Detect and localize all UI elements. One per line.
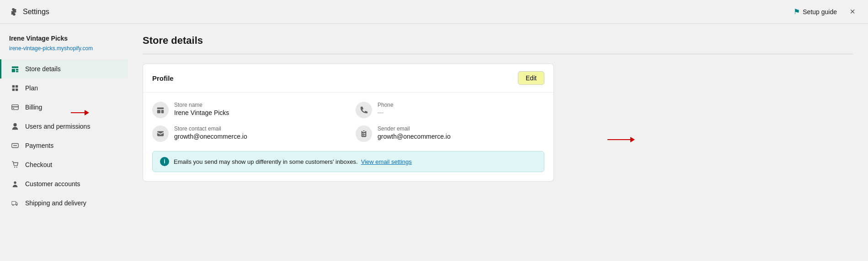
divider	[143, 54, 853, 54]
sidebar-item-users-permissions[interactable]: Users and permissions	[0, 117, 128, 136]
sidebar-item-payments[interactable]: Payments	[0, 136, 128, 155]
svg-rect-5	[12, 106, 18, 107]
sidebar-item-checkout[interactable]: Checkout	[0, 155, 128, 174]
sender-email-value: growth@onecommerce.io	[378, 133, 451, 140]
store-contact-email-content: Store contact email growth@onecommerce.i…	[174, 125, 247, 140]
sender-icon	[356, 125, 372, 142]
sidebar-item-shipping-delivery[interactable]: Shipping and delivery	[0, 193, 128, 213]
store-name-icon	[152, 102, 169, 118]
main-layout: Irene Vintage Picks irene-vintage-picks.…	[0, 24, 868, 261]
store-contact-email-field: Store contact email growth@onecommerce.i…	[152, 125, 341, 142]
store-url[interactable]: irene-vintage-picks.myshopify.com	[9, 45, 93, 52]
svg-rect-2	[12, 89, 15, 91]
view-email-settings-link[interactable]: View email settings	[361, 158, 412, 165]
topbar-title: Settings	[23, 8, 49, 16]
payments-icon	[11, 141, 20, 150]
sender-email-field: Sender email growth@onecommerce.io	[356, 125, 544, 142]
plan-icon	[11, 84, 20, 93]
sidebar-item-label-plan: Plan	[25, 84, 38, 92]
store-contact-email-label: Store contact email	[174, 125, 247, 132]
checkout-icon	[11, 160, 20, 169]
topbar-right: ⚑ Setup guide ×	[793, 5, 859, 18]
topbar-left: Settings	[9, 7, 49, 16]
edit-button[interactable]: Edit	[518, 71, 544, 85]
topbar: Settings ⚑ Setup guide ×	[0, 0, 868, 24]
info-banner: i Emails you send may show up differentl…	[152, 151, 544, 172]
info-banner-text: Emails you send may show up differently …	[174, 158, 412, 165]
arrow-right	[607, 137, 635, 142]
sidebar-item-customer-accounts[interactable]: Customer accounts	[0, 174, 128, 193]
sidebar: Irene Vintage Picks irene-vintage-picks.…	[0, 24, 128, 261]
store-name-field: Store name Irene Vintage Picks	[152, 102, 341, 118]
sidebar-item-billing[interactable]: Billing	[0, 98, 128, 117]
sender-email-content: Sender email growth@onecommerce.io	[378, 125, 451, 140]
page-title: Store details	[143, 35, 853, 47]
svg-point-8	[14, 167, 15, 167]
phone-content: Phone —	[378, 102, 394, 116]
sidebar-item-label-customer-accounts: Customer accounts	[25, 180, 80, 188]
sender-email-label: Sender email	[378, 125, 451, 132]
sidebar-item-label-store-details: Store details	[25, 65, 61, 73]
store-name-label: Store name	[174, 102, 229, 108]
sidebar-item-label-shipping: Shipping and delivery	[25, 199, 86, 207]
billing-icon	[11, 103, 20, 112]
profile-card: Profile Edit Store name Irene Vinta	[143, 63, 554, 182]
sidebar-item-label-billing: Billing	[25, 104, 42, 111]
store-name-content: Store name Irene Vintage Picks	[174, 102, 229, 116]
info-icon: i	[160, 157, 169, 166]
customer-icon	[11, 179, 20, 188]
svg-rect-1	[16, 85, 18, 88]
setup-guide-label: Setup guide	[803, 8, 837, 16]
store-contact-email-value: growth@onecommerce.io	[174, 133, 247, 140]
profile-fields: Store name Irene Vintage Picks Phone	[143, 93, 554, 151]
phone-label: Phone	[378, 102, 394, 108]
profile-header: Profile Edit	[143, 64, 554, 93]
svg-point-11	[16, 204, 17, 206]
profile-title: Profile	[152, 74, 174, 82]
user-icon	[11, 122, 20, 131]
sidebar-item-label-users: Users and permissions	[25, 123, 90, 130]
shipping-icon	[11, 198, 20, 208]
store-icon	[11, 64, 20, 73]
phone-field: Phone —	[356, 102, 544, 118]
store-name-value: Irene Vintage Picks	[174, 109, 229, 116]
svg-point-9	[16, 167, 17, 167]
close-button[interactable]: ×	[846, 5, 859, 18]
store-info: Irene Vintage Picks irene-vintage-picks.…	[0, 31, 128, 59]
content-area: Store details Profile Edit	[128, 24, 868, 261]
sidebar-item-plan[interactable]: Plan	[0, 78, 128, 98]
svg-rect-6	[13, 108, 15, 109]
sidebar-item-store-details[interactable]: Store details	[0, 59, 128, 78]
sidebar-item-label-checkout: Checkout	[25, 161, 52, 168]
email-icon	[152, 125, 169, 142]
phone-icon	[356, 102, 372, 118]
settings-gear-icon	[9, 7, 18, 16]
app-container: Settings ⚑ Setup guide × Irene Vintage P…	[0, 0, 868, 261]
flag-icon: ⚑	[793, 7, 800, 16]
phone-value: —	[378, 109, 394, 116]
store-name: Irene Vintage Picks	[9, 35, 119, 42]
setup-guide-button[interactable]: ⚑ Setup guide	[793, 7, 837, 16]
svg-rect-3	[16, 89, 18, 91]
sidebar-item-label-payments: Payments	[25, 142, 53, 149]
svg-rect-0	[12, 85, 15, 88]
svg-point-10	[12, 204, 14, 206]
